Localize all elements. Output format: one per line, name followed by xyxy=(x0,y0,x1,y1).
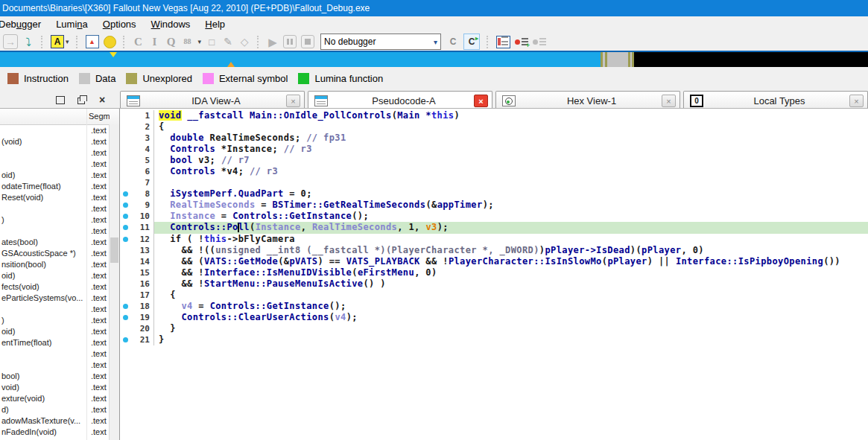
code-line[interactable]: 5 bool v3; // r7 xyxy=(120,155,868,166)
code-line[interactable]: 20 } xyxy=(120,323,868,334)
stop-icon[interactable] xyxy=(301,35,314,48)
diamond-icon[interactable]: ◇ xyxy=(238,35,250,48)
function-row[interactable]: .text xyxy=(0,348,110,359)
code-line[interactable]: 16 && !StartMenu::PauseMenuIsActive() ) xyxy=(120,278,868,290)
window-list-icon[interactable] xyxy=(496,36,510,48)
segment-column-header[interactable]: Segment xyxy=(89,112,110,121)
function-row[interactable]: odateTime(float).text xyxy=(0,180,110,191)
code-line[interactable]: 17 { xyxy=(120,290,868,301)
function-row[interactable]: d).text xyxy=(0,404,110,415)
code-line[interactable]: 7 xyxy=(120,177,868,188)
breakpoint-dot[interactable] xyxy=(123,225,128,230)
code-line[interactable]: 13 && !((unsigned __int8 (__fastcall *)(… xyxy=(120,245,868,256)
call-q-icon[interactable]: Q xyxy=(165,35,177,48)
restore-icon[interactable] xyxy=(77,95,86,104)
breakpoint-dot[interactable] xyxy=(123,203,128,208)
breakpoint-dot[interactable] xyxy=(123,237,128,242)
code-line[interactable]: 12 if ( !this->bFlyCamera xyxy=(120,234,868,245)
back-icon[interactable]: → xyxy=(3,34,18,49)
code-line[interactable]: 11 Controls::Poll(Instance, RealTimeSeco… xyxy=(120,222,868,233)
code-line[interactable]: 14 && (VATS::GetMode(&pVATS) == VATS_PLA… xyxy=(120,256,868,267)
function-row[interactable]: .text xyxy=(0,225,110,236)
function-row[interactable]: .text xyxy=(0,203,110,214)
function-row[interactable]: nFadedIn(void).text xyxy=(0,426,110,437)
menu-item-options[interactable]: Options xyxy=(95,16,144,33)
code-line[interactable]: 10 Instance = Controls::GetInstance(); xyxy=(120,211,868,222)
code-line[interactable]: 9 RealTimeSeconds = BSTimer::GetRealTime… xyxy=(120,200,868,211)
tab-close-icon[interactable]: × xyxy=(286,95,300,107)
menu-item-lumina[interactable]: Lumina xyxy=(48,16,95,33)
function-row[interactable]: ates(bool).text xyxy=(0,236,110,247)
code-line[interactable]: 3 double RealTimeSeconds; // fp31 xyxy=(120,133,868,144)
close-icon[interactable]: × xyxy=(98,95,107,104)
function-row[interactable]: void).text xyxy=(0,381,110,392)
function-row[interactable]: ).text xyxy=(0,314,110,325)
navband-icon[interactable]: ▲ xyxy=(86,35,99,48)
function-row[interactable]: .text xyxy=(0,147,110,158)
breakpoints-disabled-icon[interactable] xyxy=(533,36,546,48)
jump-arrow-icon[interactable]: ⤵ xyxy=(22,35,34,48)
function-row[interactable]: .text xyxy=(0,158,110,169)
code-line[interactable]: 1void __fastcall Main::OnIdle_PollContro… xyxy=(120,110,868,121)
breakpoint-dot[interactable] xyxy=(123,304,128,309)
navband-segment-8[interactable] xyxy=(634,52,868,67)
function-row[interactable]: ).text xyxy=(0,214,110,225)
function-row[interactable]: nsition(bool).text xyxy=(0,258,110,270)
code-line[interactable]: 4 Controls *Instance; // r3 xyxy=(120,144,868,155)
produce-c-icon[interactable]: C xyxy=(447,35,459,48)
functions-header-row[interactable]: Segment xyxy=(0,109,119,125)
functions-scrollbar[interactable] xyxy=(109,124,119,440)
navband-segment-4[interactable] xyxy=(607,52,628,67)
menu-item-help[interactable]: Help xyxy=(197,16,232,33)
code-line[interactable]: 19 Controls::ClearUserActions(v4); xyxy=(120,312,868,323)
breakpoints-enabled-icon[interactable]: + xyxy=(515,36,528,48)
run-icon[interactable]: ▶ xyxy=(267,35,279,48)
function-row[interactable]: (void).text xyxy=(0,135,110,147)
call-c-icon[interactable]: C xyxy=(133,35,145,48)
function-row[interactable]: entTime(float).text xyxy=(0,337,110,348)
pause-icon[interactable] xyxy=(283,35,297,48)
code-line[interactable]: 6 Controls *v4; // r3 xyxy=(120,166,868,177)
debugger-select[interactable]: No debugger▾ xyxy=(320,34,441,50)
code-line[interactable]: 8 iSystemPerf.QuadPart = 0; xyxy=(120,188,868,200)
code-line[interactable]: 15 && !Interface::IsMenuIDVisible(eFirst… xyxy=(120,267,868,278)
breakpoint-dot[interactable] xyxy=(123,214,128,219)
maximize-icon[interactable] xyxy=(56,95,65,104)
quick-pseudocode-icon[interactable]: C▸ xyxy=(463,34,480,50)
box-icon[interactable]: □ xyxy=(206,35,218,48)
function-row[interactable]: .text xyxy=(0,359,110,370)
function-row[interactable]: oid).text xyxy=(0,325,110,337)
breakpoint-dot[interactable] xyxy=(123,191,128,197)
code-line[interactable]: 21} xyxy=(120,334,868,345)
pseudocode-panel[interactable]: 1void __fastcall Main::OnIdle_PollContro… xyxy=(120,109,868,440)
function-row[interactable]: oid).text xyxy=(0,169,110,180)
function-row[interactable]: adowMaskTexture(v....text xyxy=(0,415,110,426)
function-row[interactable]: .text xyxy=(0,303,110,314)
breakpoint-dot[interactable] xyxy=(123,337,128,342)
breakpoint-dot[interactable] xyxy=(123,315,128,320)
function-row[interactable]: GSAcousticSpace *).text xyxy=(0,247,110,258)
function-row[interactable]: Reset(void).text xyxy=(0,191,110,203)
a-dropdown-caret[interactable]: ▾ xyxy=(66,38,69,45)
function-row[interactable]: eParticleSystems(vo....text xyxy=(0,292,110,303)
code-line[interactable]: 2{ xyxy=(120,121,868,133)
scrollbar-thumb[interactable] xyxy=(110,237,118,263)
hex-88-icon-caret[interactable]: ▾ xyxy=(198,38,202,45)
function-row[interactable]: fects(void).text xyxy=(0,281,110,292)
function-row[interactable]: .text xyxy=(0,124,110,135)
function-row[interactable]: exture(void).text xyxy=(0,392,110,404)
menu-item-debugger[interactable]: Debugger xyxy=(0,16,48,33)
navband-segment-0[interactable] xyxy=(0,52,601,67)
function-row[interactable]: oid).text xyxy=(0,270,110,281)
tab-close-icon[interactable]: × xyxy=(662,95,676,107)
code-line[interactable]: 18 v4 = Controls::GetInstance(); xyxy=(120,301,868,312)
tab-close-icon[interactable]: × xyxy=(849,95,864,107)
navigation-band[interactable] xyxy=(0,51,868,67)
combo-caret[interactable]: ▾ xyxy=(434,38,440,46)
yellow-circle-icon[interactable] xyxy=(104,36,116,48)
menu-item-windows[interactable]: Windows xyxy=(144,16,198,33)
tab-close-icon[interactable]: × xyxy=(474,95,488,107)
pencil-icon[interactable]: ✎ xyxy=(222,35,234,48)
hex-88-icon[interactable]: 88 xyxy=(182,35,194,48)
function-row[interactable]: bool).text xyxy=(0,370,110,381)
